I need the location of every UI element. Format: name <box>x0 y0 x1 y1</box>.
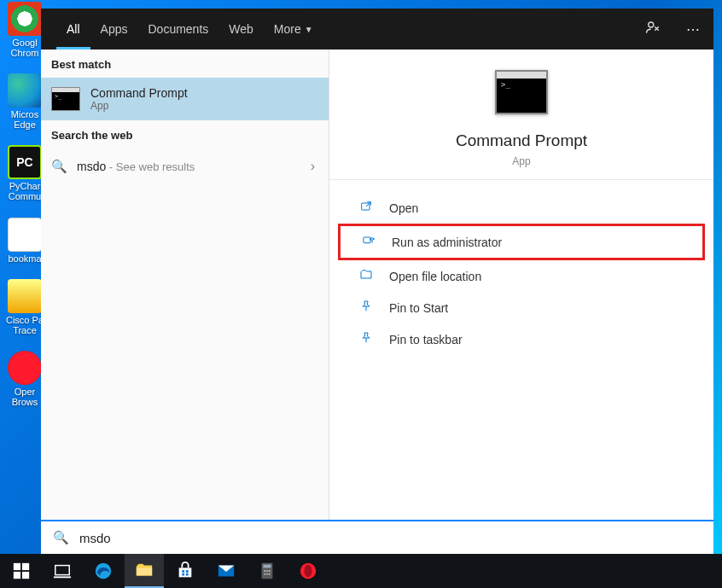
chevron-down-icon: ▼ <box>305 25 313 34</box>
mail-taskbar[interactable] <box>207 554 246 588</box>
calculator-taskbar[interactable] <box>247 554 287 588</box>
svg-rect-6 <box>22 572 29 579</box>
search-bar[interactable]: 🔍 <box>41 520 713 554</box>
svg-point-23 <box>269 573 271 575</box>
svg-point-20 <box>269 570 271 572</box>
bookmarks-shortcut[interactable]: bookma <box>3 218 46 264</box>
feedback-icon[interactable] <box>640 20 666 38</box>
opera-taskbar[interactable] <box>288 554 328 588</box>
edge-shortcut[interactable]: Micros Edge <box>3 73 46 130</box>
pin-taskbar-icon <box>358 331 374 347</box>
desktop-icons: Googl Chrom Micros Edge PCPyChar Commu b… <box>3 2 46 422</box>
action-open-file-location[interactable]: Open file location <box>338 260 705 292</box>
tab-more[interactable]: More▼ <box>264 9 323 49</box>
preview-subtitle: App <box>329 155 713 167</box>
preview-title: Command Prompt <box>329 131 713 150</box>
cmd-icon <box>51 87 80 111</box>
tab-documents[interactable]: Documents <box>137 9 218 49</box>
web-hint: - See web results <box>106 160 195 173</box>
desktop: Googl Chrom Micros Edge PCPyChar Commu b… <box>0 0 722 588</box>
more-options-icon[interactable]: ⋯ <box>681 21 705 38</box>
search-icon: 🔍 <box>53 530 69 545</box>
start-search-panel: All Apps Documents Web More▼ ⋯ Best matc… <box>41 9 713 554</box>
svg-point-19 <box>266 570 268 572</box>
action-run-as-admin[interactable]: Run as administrator <box>338 224 705 260</box>
edge-taskbar[interactable] <box>84 554 123 588</box>
svg-rect-2 <box>364 237 370 243</box>
svg-rect-10 <box>137 568 152 575</box>
pin-start-icon <box>358 300 374 316</box>
web-query: msdo <box>77 160 106 173</box>
shield-icon <box>361 234 376 250</box>
opera-shortcut[interactable]: Oper Brows <box>3 351 46 407</box>
svg-rect-17 <box>263 565 271 568</box>
svg-rect-13 <box>182 573 184 576</box>
svg-rect-8 <box>54 576 71 578</box>
chevron-right-icon: › <box>311 159 315 174</box>
result-subtitle: App <box>90 100 188 112</box>
tab-all[interactable]: All <box>56 9 90 49</box>
action-open[interactable]: Open <box>338 192 705 224</box>
svg-rect-11 <box>182 570 184 573</box>
search-icon: 🔍 <box>51 159 67 174</box>
svg-rect-3 <box>14 563 20 570</box>
start-button[interactable] <box>2 554 41 588</box>
result-command-prompt[interactable]: Command Prompt App <box>41 78 329 120</box>
best-match-heading: Best match <box>41 49 329 78</box>
web-search-row[interactable]: 🔍 msdo - See web results › <box>41 148 329 184</box>
search-input[interactable] <box>79 531 702 545</box>
result-title: Command Prompt <box>90 86 188 100</box>
search-web-heading: Search the web <box>41 120 329 148</box>
task-view-button[interactable] <box>43 554 82 588</box>
folder-icon <box>358 268 374 284</box>
action-pin-to-taskbar[interactable]: Pin to taskbar <box>338 323 705 355</box>
chrome-shortcut[interactable]: Googl Chrom <box>3 2 46 58</box>
search-results-pane: Best match Command Prompt App Search the… <box>41 49 329 520</box>
svg-point-22 <box>266 573 268 575</box>
action-pin-to-start[interactable]: Pin to Start <box>338 292 705 323</box>
search-body: Best match Command Prompt App Search the… <box>41 49 713 520</box>
search-tabs: All Apps Documents Web More▼ ⋯ <box>41 9 713 49</box>
search-preview-pane: Command Prompt App Open Run as administr… <box>329 49 713 520</box>
tab-apps[interactable]: Apps <box>90 9 138 49</box>
cmd-large-icon <box>495 70 548 114</box>
svg-point-18 <box>264 570 265 572</box>
svg-rect-4 <box>22 563 29 570</box>
svg-rect-12 <box>186 570 189 573</box>
svg-rect-5 <box>14 572 20 579</box>
tab-web[interactable]: Web <box>218 9 264 49</box>
svg-point-0 <box>649 22 654 27</box>
pycharm-shortcut[interactable]: PCPyChar Commu <box>3 145 46 201</box>
svg-point-25 <box>304 565 312 578</box>
svg-rect-14 <box>186 573 189 576</box>
svg-rect-7 <box>55 566 70 575</box>
cisco-shortcut[interactable]: Cisco Pa Trace <box>3 279 46 335</box>
svg-point-21 <box>264 573 265 575</box>
store-taskbar[interactable] <box>166 554 205 588</box>
open-icon <box>358 200 374 216</box>
explorer-taskbar[interactable] <box>125 554 164 588</box>
taskbar <box>0 554 722 588</box>
